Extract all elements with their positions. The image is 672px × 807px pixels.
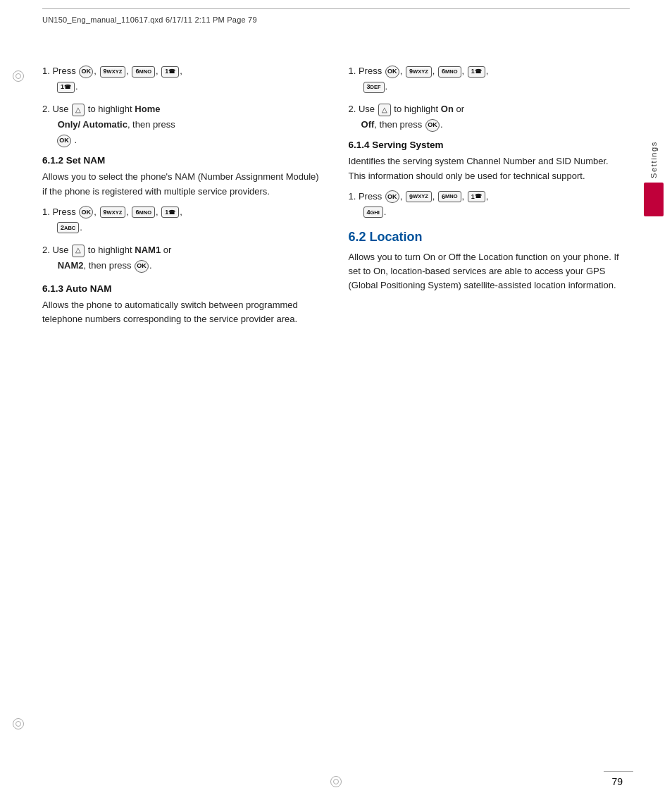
sidebar-label: Settings [649,141,658,178]
right-step-1: 1. Press OK, 9WXYZ, 6MNO, 1☎, 3DEF. [349,63,627,94]
key-1-2: 1☎ [57,82,75,93]
bottom-rule [604,771,633,772]
section-614: 6.1.4 Serving System Identifies the serv… [349,140,627,219]
key-9wxyz-r1: 9WXYZ [406,66,432,78]
section-614-text: Identifies the serving system Channel Nu… [349,154,627,183]
page: UN150_Eng_manual_110617.qxd 6/17/11 2:11… [0,0,672,807]
key-1-1: 1☎ [161,66,179,78]
step-2: 2. Use △ to highlight Home Only/ Automat… [42,101,321,148]
key-1-614: 1☎ [468,191,485,202]
registration-mark-bottom-left [13,718,24,729]
section-613-text: Allows the phone to automatically switch… [42,298,321,326]
section-613: 6.1.3 Auto NAM Allows the phone to autom… [42,283,321,326]
key-1-612: 1☎ [161,207,179,218]
section-612: 6.1.2 Set NAM Allows you to select the p… [42,155,321,273]
key-ok-1: OK [79,66,93,78]
left-column: 1. Press OK, 9WXYZ, 6MNO, 1☎, 1☎. 2. Use… [42,63,340,765]
key-1-r1: 1☎ [468,66,485,78]
step-614-1: 1. Press OK, 9WXYZ, 6MNO, 1☎, 4GHI. [349,189,627,220]
key-ok-612-2: OK [135,260,149,273]
step-612-2: 2. Use △ to highlight NAM1 or NAM2, then… [42,242,321,273]
key-9wxyz-1: 9WXYZ [100,66,126,78]
key-ok-612-1: OK [79,206,93,218]
nav-up-icon-r: △ [378,104,391,116]
sidebar: Settings [635,0,672,807]
section-612-text: Allows you to select the phone's NAM (Nu… [42,170,321,198]
section-612-heading: 6.1.2 Set NAM [42,155,321,166]
sidebar-bar [644,183,664,216]
key-6mno-614: 6MNO [438,191,461,202]
key-9wxyz-612: 9WXYZ [100,207,126,218]
right-step-2: 2. Use △ to highlight On or Off, then pr… [349,101,627,133]
main-content: 1. Press OK, 9WXYZ, 6MNO, 1☎, 1☎. 2. Use… [42,63,626,765]
key-2abc-612: 2ABC [57,222,79,233]
key-ok-r2: OK [425,119,440,132]
registration-mark-top-left [13,70,24,82]
key-6mno-612: 6MNO [132,207,155,218]
header: UN150_Eng_manual_110617.qxd 6/17/11 2:11… [42,8,630,28]
section-62-text: Allows you to turn On or Off the Locatio… [349,250,627,292]
key-ok-614: OK [385,190,399,203]
right-column: 1. Press OK, 9WXYZ, 6MNO, 1☎, 3DEF. 2. U… [340,63,627,765]
section-614-heading: 6.1.4 Serving System [349,140,627,150]
step2-intro: 2. Use [42,104,71,114]
key-6mno-r1: 6MNO [438,66,461,78]
key-ok-r1: OK [385,66,399,78]
section-62: 6.2 Location Allows you to turn On or Of… [349,230,627,292]
key-9wxyz-614: 9WXYZ [406,191,432,202]
step-612-1: 1. Press OK, 9WXYZ, 6MNO, 1☎, 2ABC. [42,204,321,235]
page-number: 79 [611,776,623,787]
nav-up-icon-1: △ [72,104,85,116]
key-ok-2: OK [57,135,71,147]
registration-mark-bottom-center [330,776,342,787]
key-3def-r1: 3DEF [363,82,385,93]
header-text: UN150_Eng_manual_110617.qxd 6/17/11 2:11… [42,16,257,24]
section-62-heading: 6.2 Location [349,230,627,245]
key-6mno-1: 6MNO [132,66,155,78]
step1-intro: 1. Press [42,66,78,76]
section-613-heading: 6.1.3 Auto NAM [42,283,321,294]
nav-up-icon-612: △ [72,245,85,257]
step-1: 1. Press OK, 9WXYZ, 6MNO, 1☎, 1☎. [42,63,321,94]
key-4ghi-614: 4GHI [363,207,383,218]
